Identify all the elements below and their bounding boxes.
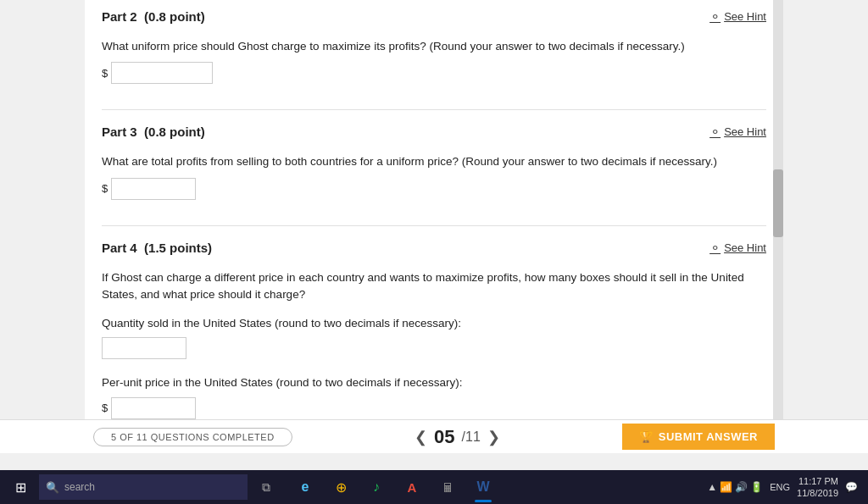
hint-icon-3: ⚬	[709, 124, 721, 140]
taskbar-right: ▲ 📶 🔊 🔋 ENG 11:17 PM 11/8/2019 💬	[707, 475, 865, 500]
current-page: 05	[434, 426, 454, 448]
search-placeholder-text: search	[64, 481, 95, 493]
acrobat-icon: A	[408, 480, 417, 495]
chevron-up-icon[interactable]: ▲	[707, 481, 717, 493]
part2-title: Part 2 (0.8 point)	[102, 9, 205, 24]
prev-page-button[interactable]: ❮	[415, 428, 427, 446]
divider-3-4	[102, 225, 766, 226]
part4-dollar: $	[102, 402, 108, 414]
part2-hint-button[interactable]: ⚬ See Hint	[709, 8, 766, 25]
part4-section: Part 4 (1.5 points) ⚬ See Hint If Ghost …	[102, 240, 766, 428]
divider-2-3	[102, 109, 766, 110]
taskbar-app-calc[interactable]: 🖩	[431, 470, 465, 504]
part3-section: Part 3 (0.8 point) ⚬ See Hint What are t…	[102, 124, 766, 208]
taskbar-search[interactable]: 🔍 search	[39, 474, 248, 500]
clock-date: 11/8/2019	[797, 487, 838, 499]
chrome-icon: ⊕	[336, 479, 347, 496]
bottom-bar: 5 OF 11 QUESTIONS COMPLETED ❮ 05 /11 ❯ 🏆…	[0, 419, 868, 453]
taskbar-system-icons: ▲ 📶 🔊 🔋	[707, 481, 763, 493]
part4-title: Part 4 (1.5 points)	[102, 241, 212, 255]
notification-icon[interactable]: 💬	[845, 481, 858, 493]
content-wrapper: Part 2 (0.8 point) ⚬ See Hint What unifo…	[85, 0, 783, 453]
part4-hint-button[interactable]: ⚬ See Hint	[709, 240, 766, 256]
submit-icon: 🏆	[639, 430, 654, 443]
part2-answer-input[interactable]	[111, 62, 213, 84]
scrollbar[interactable]	[773, 0, 783, 453]
total-pages: /11	[462, 429, 481, 445]
part3-hint-button[interactable]: ⚬ See Hint	[709, 124, 766, 140]
spotify-icon: ♪	[373, 479, 380, 495]
edge-icon: e	[302, 479, 309, 495]
taskbar-app-spotify[interactable]: ♪	[359, 470, 393, 504]
task-view-button[interactable]: ⧉	[249, 470, 283, 504]
part4-question: If Ghost can charge a different price in…	[102, 269, 766, 304]
start-button[interactable]: ⊞	[3, 470, 37, 504]
part4-header: Part 4 (1.5 points) ⚬ See Hint	[102, 240, 766, 259]
submit-answer-button[interactable]: 🏆 SUBMIT ANSWER	[622, 424, 775, 450]
pagination: ❮ 05 /11 ❯	[415, 426, 500, 448]
calc-icon: 🖩	[442, 480, 454, 495]
part2-input-row: $	[102, 62, 766, 84]
taskbar-app-chrome[interactable]: ⊕	[324, 470, 358, 504]
main-content: Part 2 (0.8 point) ⚬ See Hint What unifo…	[0, 0, 868, 453]
scrollbar-thumb[interactable]	[773, 169, 783, 237]
part4-price-row: $	[102, 397, 766, 419]
part3-question: What are total profits from selling to b…	[102, 153, 766, 170]
progress-pill: 5 OF 11 QUESTIONS COMPLETED	[93, 428, 292, 446]
search-icon: 🔍	[46, 481, 59, 494]
part3-dollar: $	[102, 182, 108, 195]
part4-price-input[interactable]	[111, 397, 196, 419]
part4-qty-input[interactable]	[102, 337, 186, 359]
hint-icon: ⚬	[709, 8, 721, 25]
part2-section: Part 2 (0.8 point) ⚬ See Hint What unifo…	[102, 8, 766, 92]
taskbar-apps: e ⊕ ♪ A 🖩 W	[288, 470, 500, 504]
part2-question: What uniform price should Ghost charge t…	[102, 38, 766, 55]
clock-time: 11:17 PM	[797, 475, 838, 487]
part2-header: Part 2 (0.8 point) ⚬ See Hint	[102, 8, 766, 28]
windows-icon: ⊞	[15, 479, 26, 496]
network-icon[interactable]: 📶	[720, 481, 732, 493]
part3-title: Part 3 (0.8 point)	[102, 125, 205, 139]
part3-header: Part 3 (0.8 point) ⚬ See Hint	[102, 124, 766, 143]
word-icon: W	[476, 479, 489, 495]
taskbar-app-edge[interactable]: e	[288, 470, 322, 504]
part4-qty-label: Quantity sold in the United States (roun…	[102, 315, 766, 332]
task-view-icon: ⧉	[262, 480, 270, 495]
part3-answer-input[interactable]	[111, 178, 196, 200]
part2-dollar: $	[102, 67, 108, 80]
battery-icon[interactable]: 🔋	[750, 481, 763, 493]
taskbar: ⊞ 🔍 search ⧉ e ⊕ ♪ A 🖩 W ▲ 📶	[0, 470, 868, 504]
part3-input-row: $	[102, 178, 766, 200]
taskbar-clock[interactable]: 11:17 PM 11/8/2019	[797, 475, 838, 500]
taskbar-app-acrobat[interactable]: A	[395, 470, 429, 504]
hint-icon-4: ⚬	[709, 240, 721, 256]
taskbar-app-word[interactable]: W	[466, 470, 500, 504]
language-indicator: ENG	[770, 482, 790, 492]
next-page-button[interactable]: ❯	[487, 428, 500, 446]
volume-icon[interactable]: 🔊	[735, 481, 748, 493]
part4-price-label: Per-unit price in the United States (rou…	[102, 374, 766, 391]
